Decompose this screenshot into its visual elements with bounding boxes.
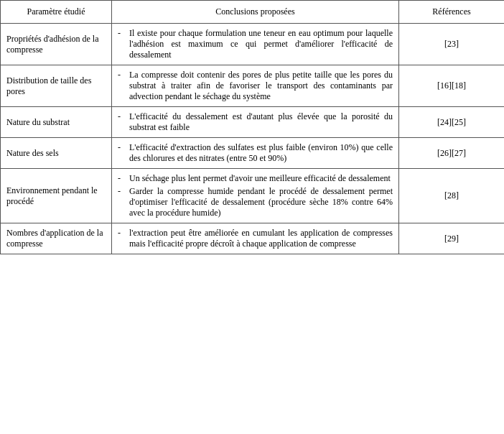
bullet-dash: - [118, 28, 128, 39]
header-conclusions: Conclusions proposées [112, 1, 399, 24]
param-cell-0: Propriétés d'adhésion de la compresse [1, 24, 112, 65]
refs-cell-1: [16][18] [399, 65, 505, 107]
bullet-text: La compresse doit contenir des pores de … [129, 70, 393, 102]
conclusions-cell-5: -l'extraction peut être améliorée en cum… [112, 223, 399, 254]
bullet-item: -l'extraction peut être améliorée en cum… [118, 228, 393, 249]
param-cell-2: Nature du substrat [1, 107, 112, 138]
bullet-text: L'efficacité du dessalement est d'autant… [129, 111, 393, 133]
bullet-item: -La compresse doit contenir des pores de… [118, 70, 393, 102]
conclusions-cell-0: -Il existe pour chaque formulation une t… [112, 24, 399, 65]
conclusions-cell-4: -Un séchage plus lent permet d'avoir une… [112, 169, 399, 223]
refs-cell-4: [28] [399, 169, 505, 223]
bullet-text: Garder la compresse humide pendant le pr… [129, 186, 393, 218]
param-cell-1: Distribution de taille des pores [1, 65, 112, 107]
conclusions-cell-1: -La compresse doit contenir des pores de… [112, 65, 399, 107]
bullet-item: -Un séchage plus lent permet d'avoir une… [118, 173, 393, 184]
header-refs: Références [399, 1, 505, 24]
bullet-dash: - [118, 173, 128, 184]
bullet-dash: - [118, 111, 128, 122]
bullet-dash: - [118, 228, 128, 239]
bullet-dash: - [118, 70, 128, 80]
bullet-text: L'efficacité d'extraction des sulfates e… [129, 142, 393, 164]
conclusions-cell-2: -L'efficacité du dessalement est d'autan… [112, 107, 399, 138]
bullet-item: -Garder la compresse humide pendant le p… [118, 186, 393, 218]
bullet-dash: - [118, 186, 128, 197]
bullet-dash: - [118, 142, 128, 153]
refs-cell-0: [23] [399, 24, 505, 65]
bullet-text: l'extraction peut être améliorée en cumu… [129, 228, 393, 249]
bullet-item: -Il existe pour chaque formulation une t… [118, 28, 393, 60]
bullet-item: -L'efficacité d'extraction des sulfates … [118, 142, 393, 164]
param-cell-5: Nombres d'application de la compresse [1, 223, 112, 254]
bullet-text: Un séchage plus lent permet d'avoir une … [129, 173, 391, 184]
param-cell-3: Nature des sels [1, 138, 112, 169]
refs-cell-3: [26][27] [399, 138, 505, 169]
refs-cell-2: [24][25] [399, 107, 505, 138]
refs-cell-5: [29] [399, 223, 505, 254]
bullet-item: -L'efficacité du dessalement est d'autan… [118, 111, 393, 133]
bullet-text: Il existe pour chaque formulation une te… [129, 28, 393, 60]
conclusions-cell-3: -L'efficacité d'extraction des sulfates … [112, 138, 399, 169]
param-cell-4: Environnement pendant le procédé [1, 169, 112, 223]
header-param: Paramètre étudié [1, 1, 112, 24]
